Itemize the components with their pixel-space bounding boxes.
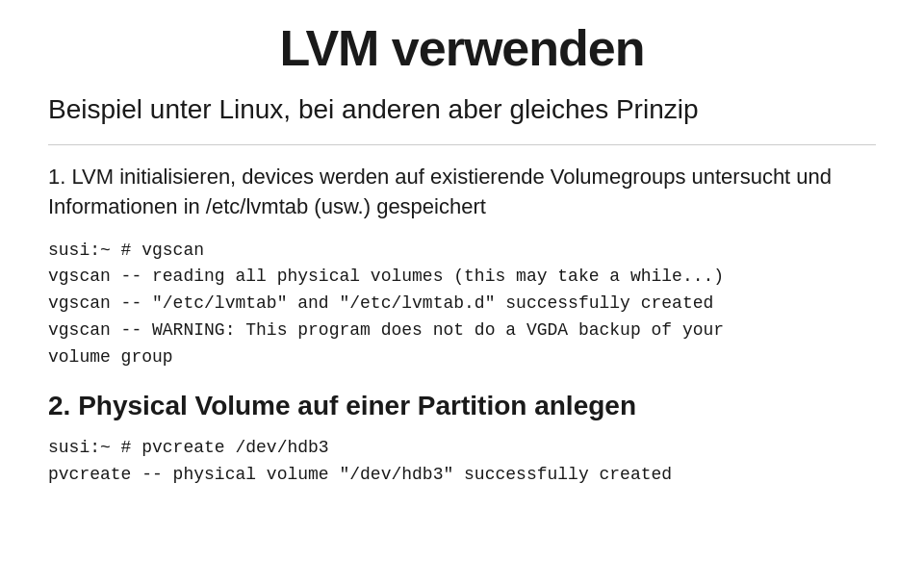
subtitle: Beispiel unter Linux, bei anderen aber g…: [48, 94, 876, 125]
section1-text: 1. LVM initialisieren, devices werden au…: [48, 163, 876, 222]
page-title: LVM verwenden: [48, 19, 876, 77]
code-block-2: susi:~ # pvcreate /dev/hdb3 pvcreate -- …: [48, 435, 876, 489]
code-block-1: susi:~ # vgscan vgscan -- reading all ph…: [48, 238, 876, 371]
divider-1: [48, 144, 876, 145]
section2-heading: 2. Physical Volume auf einer Partition a…: [48, 391, 876, 421]
